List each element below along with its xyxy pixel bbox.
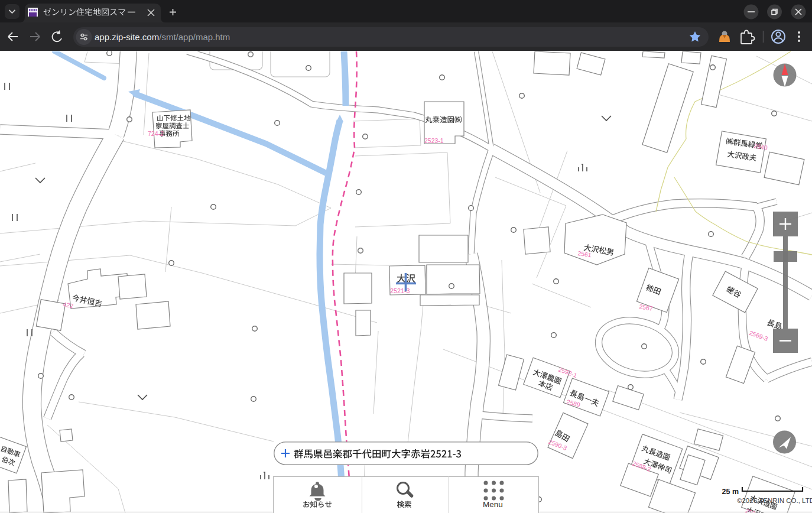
svg-text:Menu: Menu [483,500,503,509]
svg-text:25 m: 25 m [722,488,739,496]
svg-text:©2026 ZENRIN CO., LTD.: ©2026 ZENRIN CO., LTD. [737,497,812,504]
svg-text:app.zip-site.com/smt/app/map.h: app.zip-site.com/smt/app/map.htm [95,32,230,42]
